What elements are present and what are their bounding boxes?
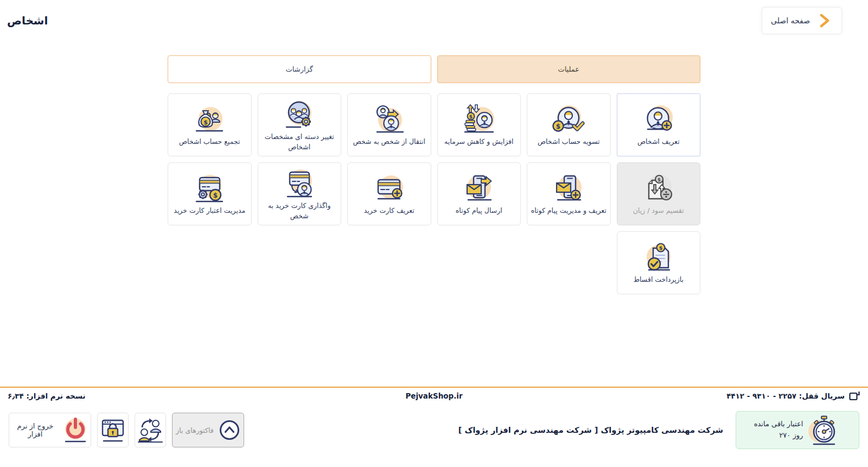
tile-label: تعریف اشخاص <box>637 137 680 147</box>
sms-send-icon <box>462 172 496 204</box>
tile-person-transfer[interactable]: انتقال از شخص به شخص <box>347 93 431 156</box>
chevron-right-icon <box>816 11 833 30</box>
credit-text: اعتبار باقی مانده ۲۷۰ روز <box>754 419 803 441</box>
moneybag-people-icon: $ <box>192 103 227 135</box>
switch-user-icon <box>137 417 163 443</box>
tile-moneybag-people[interactable]: $ تجمیع حساب اشخاص <box>168 93 252 156</box>
tile-card-assign-person[interactable]: واگذاری کارت خرید به شخص <box>258 162 342 225</box>
tile-group-edit-gear[interactable]: تغییر دسته ای مشخصات اشخاص <box>258 93 342 156</box>
website-link[interactable]: PejvakShop.ir <box>292 392 576 400</box>
tile-card-add[interactable]: تعریف کارت خرید <box>347 162 431 225</box>
tile-profit-loss: $ تقسیم سود / زیان <box>617 162 701 225</box>
card-credit-manage-icon: $ <box>192 172 227 204</box>
home-button-label: صفحه اصلی <box>771 16 810 25</box>
main-content: عملیات گزارشات تعریف اشخاص $ تسویه حساب … <box>168 55 700 294</box>
svg-text:$: $ <box>213 192 218 199</box>
version-value: ۶٫۳۴ <box>8 392 24 400</box>
page-title: اشخاص <box>7 14 48 27</box>
header: صفحه اصلی اشخاص <box>0 0 868 35</box>
tile-label: افزایش و کاهش سرمایه <box>444 137 514 147</box>
tile-label: تعریف کارت خرید <box>364 206 414 216</box>
lock-screen-button[interactable] <box>97 413 129 447</box>
open-invoices-button[interactable]: فاکتورهای باز <box>172 413 244 447</box>
tile-sms-manage[interactable]: تعریف و مدیریت پیام کوتاه <box>527 162 611 225</box>
lock-serial: سریال قفل: ۲۲۵۷ - ۹۳۱۰ - ۴۴۱۲ <box>576 390 860 402</box>
tile-label: واگذاری کارت خرید به شخص <box>260 201 339 222</box>
sms-manage-icon <box>551 172 586 204</box>
tab-reports[interactable]: گزارشات <box>168 55 431 83</box>
svg-text:$: $ <box>203 119 208 126</box>
profit-loss-icon: $ <box>641 172 676 204</box>
status-bar: سریال قفل: ۲۲۵۷ - ۹۳۱۰ - ۴۴۱۲ PejvakShop… <box>0 387 868 403</box>
chevron-up-circle-icon <box>219 419 240 441</box>
power-icon <box>63 417 87 443</box>
person-transfer-icon <box>372 103 406 135</box>
tile-label: تسویه حساب اشخاص <box>538 137 600 147</box>
tile-label: تعریف و مدیریت پیام کوتاه <box>531 206 607 216</box>
version-label: نسخه نرم افزار: <box>26 392 85 400</box>
tile-installment-repay[interactable]: $ بازپرداخت اقساط <box>617 231 701 294</box>
tile-label: ارسال پیام کوتاه <box>456 206 502 216</box>
tab-operations[interactable]: عملیات <box>437 55 701 83</box>
tile-label: بازپرداخت اقساط <box>633 275 684 285</box>
switch-user-button[interactable] <box>135 413 166 447</box>
tile-person-add[interactable]: تعریف اشخاص <box>617 93 701 156</box>
person-settle-icon: $ <box>551 103 586 135</box>
credit-remaining-box: اعتبار باقی مانده ۲۷۰ روز <box>736 411 859 449</box>
tile-label: انتقال از شخص به شخص <box>353 137 425 147</box>
app-version: نسخه نرم افزار: ۶٫۳۴ <box>8 392 292 400</box>
tiles-grid: تعریف اشخاص $ تسویه حساب اشخاص $ افزایش … <box>168 93 700 294</box>
tile-label: تغییر دسته ای مشخصات اشخاص <box>260 132 339 153</box>
svg-text:$: $ <box>658 177 661 182</box>
tile-sms-send[interactable]: ارسال پیام کوتاه <box>437 162 521 225</box>
tile-capital-change[interactable]: $ افزایش و کاهش سرمایه <box>437 93 521 156</box>
card-add-icon <box>372 172 406 204</box>
svg-text:$: $ <box>469 114 473 119</box>
person-add-icon <box>641 103 676 135</box>
tile-label: تقسیم سود / زیان <box>633 206 684 216</box>
capital-change-icon: $ <box>462 103 496 135</box>
serial-numbers: ۲۲۵۷ - ۹۳۱۰ - ۴۴۱۲ <box>726 392 796 400</box>
open-invoices-label: فاکتورهای باز <box>176 426 213 434</box>
stopwatch-icon <box>807 415 841 445</box>
tile-label: مدیریت اعتبار کارت خرید <box>174 206 245 216</box>
home-button[interactable]: صفحه اصلی <box>762 7 842 34</box>
exit-button-label: خروج از نرم افزار <box>12 422 58 438</box>
company-name: شرکت مهندسی کامپیوتر پژواک [ شرکت مهندسی… <box>458 426 723 434</box>
dongle-icon <box>848 390 860 402</box>
svg-text:$: $ <box>556 123 560 130</box>
exit-button[interactable]: خروج از نرم افزار <box>9 413 91 447</box>
credit-label: اعتبار باقی مانده <box>754 419 803 430</box>
serial-label: سریال قفل: <box>799 392 845 400</box>
tile-label: تجمیع حساب اشخاص <box>179 137 240 147</box>
footer-toolbar: خروج از نرم افزار فاکتورهای باز شرکت مهن… <box>9 411 859 449</box>
group-edit-gear-icon <box>282 98 317 130</box>
credit-days: ۲۷۰ روز <box>754 430 803 441</box>
card-assign-person-icon <box>282 167 317 199</box>
installment-repay-icon: $ <box>641 241 676 273</box>
tile-person-settle[interactable]: $ تسویه حساب اشخاص <box>527 93 611 156</box>
tile-card-credit-manage[interactable]: $ مدیریت اعتبار کارت خرید <box>168 162 252 225</box>
tab-bar: عملیات گزارشات <box>168 55 700 83</box>
svg-text:$: $ <box>659 245 662 251</box>
browser-lock-icon <box>100 418 125 443</box>
